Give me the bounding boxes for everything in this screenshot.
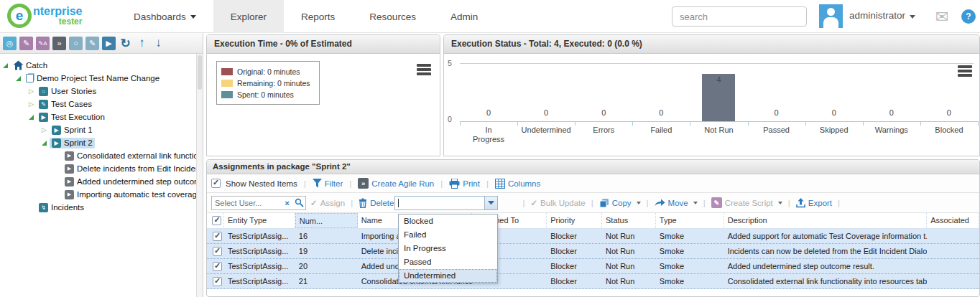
- nav-item-reports[interactable]: Reports: [284, 0, 352, 33]
- nav-item-dashboards[interactable]: Dashboards: [116, 0, 213, 33]
- table-row[interactable]: TestScriptAssig...20Added undetermined s…: [207, 259, 979, 274]
- user-menu[interactable]: administrator: [849, 10, 915, 21]
- move-up-icon[interactable]: ↑: [135, 37, 149, 50]
- tree-item-catch[interactable]: Catch: [0, 59, 203, 72]
- tree-collapse-toggle[interactable]: [16, 76, 24, 81]
- tree-item-test-cases[interactable]: ▷✎Test Cases: [0, 98, 203, 110]
- nav-item-explorer[interactable]: Explorer: [213, 0, 284, 33]
- status-combo-box[interactable]: [394, 196, 498, 210]
- columns-button[interactable]: Columns: [495, 179, 540, 189]
- tree-item-importing-automatic-test-cover[interactable]: ▶Importing automatic test coverage info: [0, 188, 203, 201]
- table-row[interactable]: TestScriptAssig...19Delete incidents fro…: [207, 244, 979, 259]
- tree-item-user-stories[interactable]: ▷○User Stories: [0, 85, 203, 98]
- execution-status-title: Execution Status - Total: 4, Executed: 0…: [444, 35, 979, 54]
- target-icon[interactable]: ◎: [3, 37, 17, 50]
- cell-entity-type: TestScriptAssig...: [224, 229, 295, 243]
- tree-item-test-execution[interactable]: ▶Test Execution: [0, 110, 203, 123]
- category-label: In Progress: [460, 126, 517, 144]
- tree-expand-toggle[interactable]: ▷: [29, 88, 37, 95]
- bar[interactable]: 4: [702, 74, 735, 121]
- edit-name-icon[interactable]: ✎A: [36, 37, 50, 50]
- row-checkbox[interactable]: [213, 262, 222, 271]
- create-agile-run-icon[interactable]: »: [52, 37, 66, 50]
- copy-button[interactable]: Copy: [599, 198, 641, 208]
- mail-icon[interactable]: ✉: [935, 8, 948, 27]
- move-button[interactable]: Move: [655, 199, 698, 207]
- row-checkbox[interactable]: [213, 232, 222, 241]
- table-row[interactable]: TestScriptAssig...16Importing automatic …: [207, 229, 979, 244]
- tree-item-demo-project-test-name-change[interactable]: Demo Project Test Name Change: [0, 72, 203, 85]
- record-icon[interactable]: ○: [69, 37, 83, 50]
- run-icon[interactable]: ▶: [102, 37, 116, 50]
- bulk-update-button[interactable]: ✓ Bulk Update: [530, 198, 585, 208]
- row-checkbox[interactable]: [213, 277, 222, 286]
- tree-item-delete-incidents-from-edit-inc[interactable]: ▶Delete incidents from Edit Incident Dia: [0, 162, 203, 175]
- column-header-entity-type[interactable]: Entity Type: [224, 213, 295, 228]
- combo-dropdown-button[interactable]: [484, 197, 497, 209]
- sidebar-scrollbar[interactable]: [196, 54, 203, 297]
- tree-item-added-undetermined-step-outcom[interactable]: ▶Added undetermined step outcome re: [0, 175, 203, 188]
- cell-description: Incidents can now be deleted from the Ed…: [724, 244, 927, 258]
- tree-item-incidents[interactable]: ↯Incidents: [0, 201, 203, 214]
- column-header-associated[interactable]: Associated: [927, 213, 979, 228]
- tree-item-consolidated-external-link-fun[interactable]: ▶Consolidated external link functionalit…: [0, 149, 203, 162]
- tree-collapse-toggle[interactable]: [29, 115, 37, 120]
- move-down-icon[interactable]: ↓: [152, 37, 165, 50]
- cell-priority: Blocker: [547, 244, 602, 258]
- filter-button[interactable]: Filter: [313, 179, 343, 188]
- collapsed-triangle-icon: ▷: [29, 101, 34, 108]
- search-user-button[interactable]: [293, 197, 305, 209]
- nav-item-admin[interactable]: Admin: [433, 0, 495, 33]
- enterprise-tester-logo[interactable]: e nterprise tester: [7, 4, 82, 28]
- dropdown-option-blocked[interactable]: Blocked: [399, 214, 497, 228]
- column-header-status[interactable]: Status: [602, 213, 656, 228]
- chart-menu-icon[interactable]: [417, 64, 431, 77]
- tree-expand-toggle[interactable]: ▷: [42, 127, 50, 133]
- scrollbar-thumb[interactable]: [198, 55, 202, 90]
- show-nested-checkbox[interactable]: [211, 179, 221, 188]
- row-checkbox[interactable]: [213, 247, 222, 256]
- clear-icon[interactable]: ×: [281, 197, 293, 209]
- copy-icon: [599, 198, 609, 208]
- nav-item-label: Reports: [301, 11, 335, 22]
- tree-collapse-toggle[interactable]: [42, 141, 50, 146]
- assignments-table: Entity TypeNum...NameAssigned ToPriority…: [207, 213, 979, 289]
- dropdown-option-in-progress[interactable]: In Progress: [399, 242, 497, 255]
- export-button[interactable]: Export: [796, 198, 832, 208]
- print-button[interactable]: Print: [449, 179, 480, 189]
- chart-menu-icon[interactable]: [958, 65, 972, 78]
- dropdown-option-passed[interactable]: Passed: [399, 255, 497, 269]
- column-header-description[interactable]: Description: [724, 213, 927, 228]
- tree-collapse-toggle[interactable]: [3, 63, 11, 68]
- category-label: Blocked: [920, 126, 978, 144]
- help-icon[interactable]: ?: [961, 9, 976, 24]
- table-row[interactable]: TestScriptAssig...21Consolidated externa…: [207, 274, 979, 289]
- tree-expand-toggle[interactable]: ▷: [29, 101, 37, 108]
- avatar[interactable]: [819, 4, 843, 28]
- column-header-priority[interactable]: Priority: [547, 213, 602, 228]
- tree-item-sprint-2[interactable]: ▶Sprint 2: [0, 136, 203, 149]
- nav-item-resources[interactable]: Resources: [352, 0, 433, 33]
- edit-icon[interactable]: ✎: [19, 37, 33, 50]
- category-label: Not Run: [690, 126, 747, 144]
- tree-item-sprint-1[interactable]: ▷▶Sprint 1: [0, 123, 203, 136]
- create-script-button[interactable]: ✎ Create Script: [711, 197, 782, 208]
- nav-item-label: Explorer: [231, 11, 267, 22]
- search-input[interactable]: [672, 6, 807, 27]
- assign-button[interactable]: ✓ Assign: [310, 198, 345, 208]
- create-agile-run-button[interactable]: » Create Agile Run: [358, 178, 434, 189]
- sidebar-toolbar: ◎✎✎A»○✎▶↻↑↓: [0, 33, 203, 54]
- cell-num: 20: [295, 259, 358, 273]
- dropdown-option-undetermined[interactable]: Undetermined: [399, 269, 497, 283]
- edit-script-icon[interactable]: ✎: [85, 37, 99, 50]
- refresh-icon[interactable]: ↻: [119, 37, 132, 50]
- tree-item-label: Importing automatic test coverage info: [77, 190, 203, 199]
- dropdown-option-failed[interactable]: Failed: [399, 228, 497, 242]
- select-all-checkbox[interactable]: [212, 216, 221, 225]
- column-header-type[interactable]: Type: [656, 213, 724, 228]
- delete-button[interactable]: Delete: [359, 198, 394, 208]
- column-header-num-[interactable]: Num...: [295, 213, 358, 228]
- cell-entity-type: TestScriptAssig...: [224, 274, 295, 288]
- select-user-input[interactable]: [212, 199, 281, 207]
- bar-cell-failed: 0: [632, 62, 690, 121]
